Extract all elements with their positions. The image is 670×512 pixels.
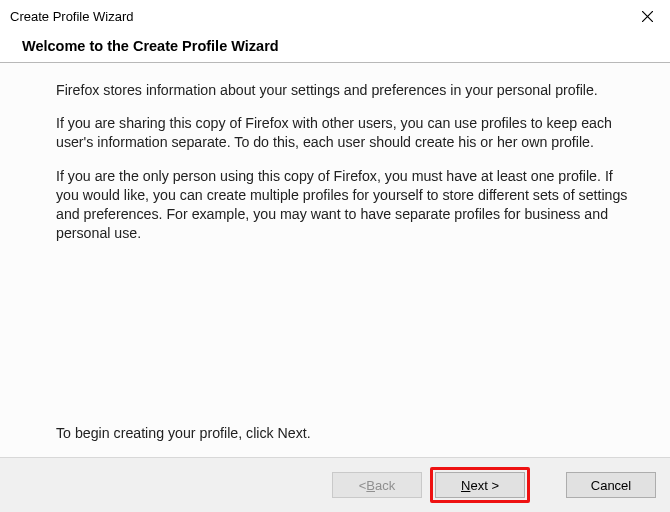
button-bar: < Back Next > Cancel: [0, 457, 670, 512]
close-button[interactable]: [624, 0, 670, 32]
cancel-button[interactable]: Cancel: [566, 472, 656, 498]
next-mnemonic: N: [461, 478, 470, 493]
wizard-dialog: Create Profile Wizard Welcome to the Cre…: [0, 0, 670, 512]
content-spacer: [56, 257, 630, 424]
intro-paragraph-3: If you are the only person using this co…: [56, 167, 630, 244]
window-title: Create Profile Wizard: [10, 9, 624, 24]
content-area: Firefox stores information about your se…: [0, 63, 670, 457]
begin-instruction: To begin creating your profile, click Ne…: [56, 424, 630, 443]
close-icon: [642, 11, 653, 22]
back-prefix: <: [359, 478, 367, 493]
intro-paragraph-1: Firefox stores information about your se…: [56, 81, 630, 100]
next-button[interactable]: Next >: [435, 472, 525, 498]
intro-paragraph-2: If you are sharing this copy of Firefox …: [56, 114, 630, 152]
back-suffix: ack: [375, 478, 395, 493]
back-button: < Back: [332, 472, 422, 498]
next-button-highlight: Next >: [430, 467, 530, 503]
next-suffix: ext >: [470, 478, 499, 493]
page-title: Welcome to the Create Profile Wizard: [0, 32, 670, 62]
back-mnemonic: B: [366, 478, 375, 493]
titlebar: Create Profile Wizard: [0, 0, 670, 32]
